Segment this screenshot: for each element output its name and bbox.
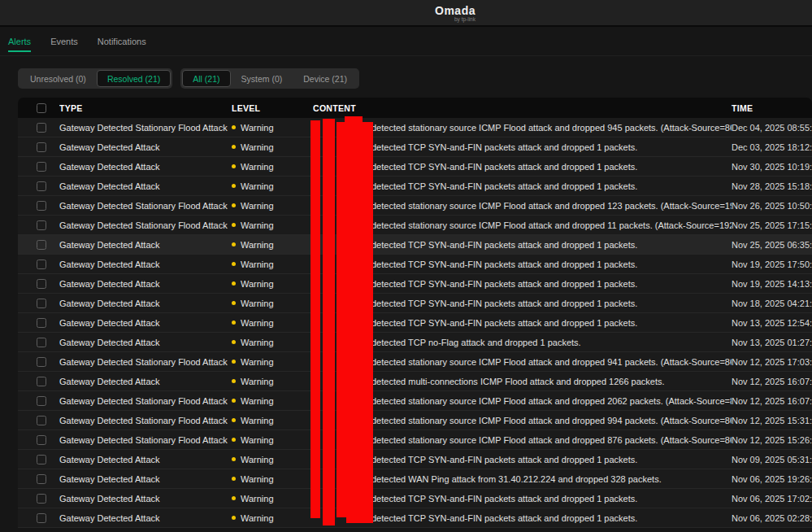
warning-dot-icon bbox=[232, 496, 236, 500]
table-row[interactable]: Gateway Detected Attack Warning detected… bbox=[18, 177, 812, 196]
row-checkbox-cell bbox=[18, 396, 59, 406]
row-checkbox[interactable] bbox=[37, 357, 46, 367]
tab[interactable]: Notifications bbox=[98, 37, 146, 52]
row-checkbox[interactable] bbox=[37, 318, 46, 328]
row-checkbox[interactable] bbox=[37, 299, 46, 308]
warning-dot-icon bbox=[232, 399, 236, 403]
alert-level: Warning bbox=[232, 259, 313, 269]
warning-dot-icon bbox=[232, 301, 236, 305]
warning-dot-icon bbox=[232, 516, 236, 520]
alert-level: Warning bbox=[232, 494, 313, 504]
table-row[interactable]: Gateway Detected Attack Warning detected… bbox=[18, 450, 812, 469]
table-row[interactable]: Gateway Detected Attack Warning detected… bbox=[18, 255, 812, 274]
source-filter-button[interactable]: Device (21) bbox=[293, 70, 358, 87]
filter-bar: Unresolved (0) Resolved (21) All (21) Sy… bbox=[18, 68, 359, 89]
row-checkbox-cell bbox=[18, 435, 59, 445]
row-checkbox[interactable] bbox=[37, 142, 46, 152]
alert-type: Gateway Detected Stationary Flood Attack bbox=[59, 357, 232, 367]
alert-level: Warning bbox=[232, 474, 313, 484]
alert-level: Warning bbox=[232, 455, 313, 464]
row-checkbox[interactable] bbox=[37, 494, 46, 504]
row-checkbox[interactable] bbox=[37, 474, 46, 484]
alert-level: Warning bbox=[232, 240, 313, 250]
warning-dot-icon bbox=[232, 262, 236, 266]
alert-content: detected WAN Ping attack from 31.40.212.… bbox=[313, 474, 732, 484]
alert-time: Nov 26, 2025 10:50:09 bbox=[732, 201, 812, 211]
header-checkbox-cell bbox=[18, 103, 59, 113]
alert-time: Nov 13, 2025 12:54:55 bbox=[732, 318, 812, 328]
warning-dot-icon bbox=[232, 438, 236, 442]
table-row[interactable]: Gateway Detected Attack Warning detected… bbox=[18, 137, 812, 157]
source-filter-button[interactable]: All (21) bbox=[182, 70, 230, 87]
table-row[interactable]: Gateway Detected Attack Warning detected… bbox=[18, 469, 812, 489]
table-row[interactable]: Gateway Detected Stationary Flood Attack… bbox=[18, 411, 812, 430]
table-row[interactable]: Gateway Detected Stationary Flood Attack… bbox=[18, 352, 812, 372]
table-row[interactable]: Gateway Detected Attack Warning detected… bbox=[18, 274, 812, 294]
table-row[interactable]: Gateway Detected Attack Warning detected… bbox=[18, 489, 812, 508]
row-checkbox-cell bbox=[18, 279, 59, 289]
alert-time: Nov 12, 2025 15:31:43 bbox=[732, 416, 812, 425]
table-row[interactable]: Gateway Detected Attack Warning detected… bbox=[18, 157, 812, 177]
row-checkbox[interactable] bbox=[37, 162, 46, 172]
table-row[interactable]: Gateway Detected Attack Warning detected… bbox=[18, 313, 812, 333]
table-row[interactable]: Gateway Detected Stationary Flood Attack… bbox=[18, 430, 812, 450]
tab[interactable]: Events bbox=[50, 37, 78, 52]
table-row[interactable]: Gateway Detected Attack Warning detected… bbox=[18, 235, 812, 255]
row-checkbox[interactable] bbox=[37, 338, 46, 347]
alert-type: Gateway Detected Attack bbox=[59, 240, 232, 250]
table-row[interactable]: Gateway Detected Attack Warning detected… bbox=[18, 508, 812, 528]
warning-dot-icon bbox=[232, 145, 236, 149]
table-row[interactable]: Gateway Detected Attack Warning detected… bbox=[18, 372, 812, 391]
source-filter-button[interactable]: System (0) bbox=[231, 70, 293, 87]
row-checkbox[interactable] bbox=[37, 396, 46, 406]
row-checkbox[interactable] bbox=[37, 435, 46, 445]
row-checkbox[interactable] bbox=[37, 513, 46, 523]
alert-level-label: Warning bbox=[241, 123, 274, 133]
tab[interactable]: Alerts bbox=[8, 37, 31, 52]
table-row[interactable]: Gateway Detected Stationary Flood Attack… bbox=[18, 196, 812, 216]
table-row[interactable]: Gateway Detected Attack Warning detected… bbox=[18, 294, 812, 313]
select-all-checkbox[interactable] bbox=[37, 103, 46, 113]
table-row[interactable]: Gateway Detected Stationary Flood Attack… bbox=[18, 216, 812, 235]
row-checkbox[interactable] bbox=[37, 416, 46, 425]
alert-content: detected TCP SYN-and-FIN packets attack … bbox=[313, 259, 732, 269]
row-checkbox[interactable] bbox=[37, 279, 46, 289]
alert-content: detected stationary source ICMP Flood at… bbox=[313, 220, 732, 230]
row-checkbox[interactable] bbox=[37, 455, 46, 464]
row-checkbox[interactable] bbox=[37, 240, 46, 250]
warning-dot-icon bbox=[232, 418, 236, 422]
alert-level-label: Warning bbox=[241, 220, 274, 230]
row-checkbox-cell bbox=[18, 240, 59, 250]
row-checkbox-cell bbox=[18, 299, 59, 308]
warning-dot-icon bbox=[232, 184, 236, 188]
alert-level: Warning bbox=[232, 162, 313, 172]
alert-type: Gateway Detected Attack bbox=[59, 318, 232, 328]
redaction-notch bbox=[337, 517, 346, 524]
row-checkbox[interactable] bbox=[37, 377, 46, 386]
status-filter-button[interactable]: Resolved (21) bbox=[97, 70, 171, 87]
alert-type: Gateway Detected Attack bbox=[59, 494, 232, 504]
alert-time: Nov 12, 2025 16:07:49 bbox=[732, 396, 812, 406]
row-checkbox-cell bbox=[18, 416, 59, 425]
row-checkbox-cell bbox=[18, 474, 59, 484]
row-checkbox[interactable] bbox=[37, 123, 46, 133]
alert-content: detected TCP SYN-and-FIN packets attack … bbox=[313, 279, 732, 289]
alert-level: Warning bbox=[232, 377, 313, 386]
row-checkbox[interactable] bbox=[37, 259, 46, 269]
redaction-bar bbox=[310, 120, 320, 518]
row-checkbox-cell bbox=[18, 338, 59, 347]
table-row[interactable]: Gateway Detected Stationary Flood Attack… bbox=[18, 391, 812, 411]
table-row[interactable]: Gateway Detected Attack Warning detected… bbox=[18, 333, 812, 352]
row-checkbox[interactable] bbox=[37, 201, 46, 211]
row-checkbox[interactable] bbox=[37, 181, 46, 191]
alert-type: Gateway Detected Attack bbox=[59, 455, 232, 464]
row-checkbox-cell bbox=[18, 318, 59, 328]
table-row[interactable]: Gateway Detected Stationary Flood Attack… bbox=[18, 118, 812, 137]
alert-content: detected multi-connections ICMP Flood at… bbox=[313, 377, 732, 386]
warning-dot-icon bbox=[232, 242, 236, 246]
status-filter-button[interactable]: Unresolved (0) bbox=[20, 70, 97, 87]
row-checkbox[interactable] bbox=[37, 220, 46, 230]
row-checkbox-cell bbox=[18, 357, 59, 367]
alert-level-label: Warning bbox=[241, 338, 274, 347]
alert-content: detected TCP SYN-and-FIN packets attack … bbox=[313, 494, 732, 504]
